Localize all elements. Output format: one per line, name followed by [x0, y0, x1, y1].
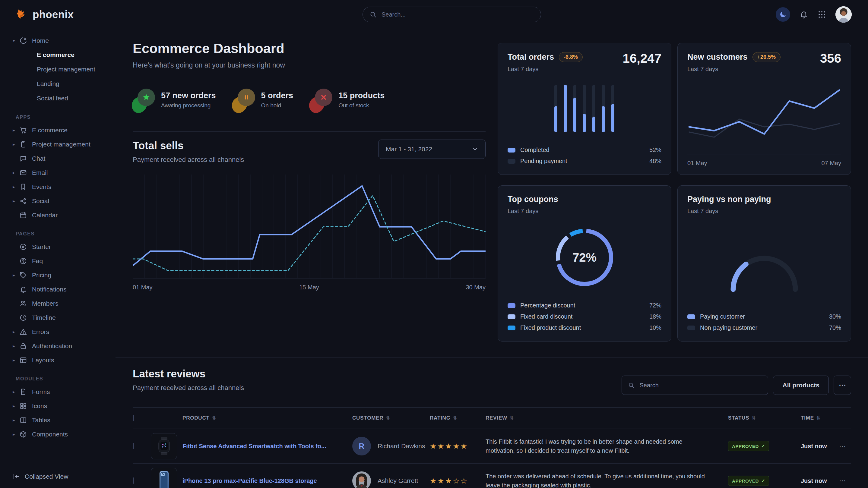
sidebar-item-authentication[interactable]: ▸Authentication [0, 339, 115, 353]
bell-icon [19, 286, 27, 293]
sidebar-subitem-landing[interactable]: Landing [0, 76, 115, 91]
caret-right-icon: ▸ [13, 418, 19, 423]
table-row: iPhone 13 pro max-Pacific Blue-128GB sto… [133, 464, 851, 488]
column-header-product[interactable]: PRODUCT⇅ [183, 415, 347, 421]
sidebar-subitem-e-commerce[interactable]: E commerce [0, 47, 115, 62]
product-link[interactable]: Fitbit Sense Advanced Smartwatch with To… [183, 443, 347, 450]
legend-value: 48% [649, 158, 661, 165]
caret-right-icon: ▸ [13, 403, 19, 409]
customer-avatar[interactable]: R [352, 437, 371, 455]
sidebar-item-label: Home [32, 37, 49, 44]
column-label: PRODUCT [183, 415, 210, 421]
sidebar-item-label: Chat [32, 155, 45, 162]
select-all-checkbox[interactable] [133, 415, 134, 421]
sidebar-item-events[interactable]: ▸Events [0, 180, 115, 194]
x-tick-label: 07 May [821, 160, 841, 167]
column-header-review[interactable]: REVIEW⇅ [486, 415, 724, 421]
sidebar-item-label: Authentication [32, 343, 72, 350]
theme-toggle-button[interactable] [776, 7, 790, 22]
rating-stars: ★★★★★ [430, 442, 486, 451]
apps-grid-icon [817, 10, 826, 19]
clock-icon [19, 314, 27, 322]
column-header-status[interactable]: STATUS⇅ [724, 415, 793, 421]
sidebar-item-starter[interactable]: Starter [0, 240, 115, 254]
notifications-button[interactable] [799, 10, 808, 19]
sidebar-item-notifications[interactable]: Notifications [0, 282, 115, 296]
product-thumb-cell [151, 468, 183, 488]
row-checkbox[interactable] [133, 478, 134, 484]
sidebar-item-icons[interactable]: ▸Icons [0, 399, 115, 413]
legend-label: Pending payment [520, 158, 567, 165]
paying-period: Last 7 days [687, 208, 771, 215]
column-header-customer[interactable]: CUSTOMER⇅ [347, 415, 430, 421]
status-cell: APPROVED✓ [724, 441, 793, 451]
legend-item-percentage-discount: Percentage discount72% [507, 300, 661, 311]
reviews-table-header: PRODUCT⇅CUSTOMER⇅RATING⇅REVIEW⇅STATUS⇅TI… [133, 407, 851, 429]
date-range-select[interactable]: Mar 1 - 31, 2022 [378, 139, 486, 159]
sidebar-subitem-social-feed[interactable]: Social feed [0, 91, 115, 105]
row-actions-button[interactable]: ⋯ [834, 477, 851, 485]
product-link[interactable]: iPhone 13 pro max-Pacific Blue-128GB sto… [183, 478, 347, 484]
caret-right-icon: ▸ [13, 142, 19, 147]
user-avatar[interactable] [835, 6, 852, 23]
top-coupons-donut-chart: 72% [507, 215, 661, 300]
sidebar-subitem-project-management[interactable]: Project management [0, 62, 115, 76]
sort-icon: ⇅ [752, 415, 755, 421]
apps-menu-button[interactable] [817, 10, 826, 19]
svg-text:72%: 72% [572, 251, 596, 264]
product-image-smartwatch[interactable] [151, 433, 177, 459]
row-actions-button[interactable]: ⋯ [834, 442, 851, 450]
sidebar-item-pricing[interactable]: ▸Pricing [0, 268, 115, 282]
status-label: APPROVED [732, 444, 759, 449]
paying-legend: Paying customer30%Non-paying customer70% [687, 311, 841, 333]
page-subtitle: Here's what's going on at your business … [133, 61, 486, 69]
sidebar-item-errors[interactable]: ▸Errors [0, 325, 115, 339]
row-checkbox[interactable] [133, 443, 134, 449]
sidebar-item-layouts[interactable]: ▸Layouts [0, 353, 115, 367]
caret-right-icon: ▸ [13, 184, 19, 190]
navbar-actions [776, 0, 852, 29]
new-customers-x-axis: 01 May07 May [687, 155, 841, 167]
sidebar-item-forms[interactable]: ▸Forms [0, 385, 115, 399]
reviews-more-button[interactable]: ⋯ [834, 376, 851, 395]
reviews-search [622, 376, 768, 395]
sidebar-item-members[interactable]: Members [0, 296, 115, 311]
sidebar-item-social[interactable]: ▸Social [0, 194, 115, 208]
sidebar-item-home[interactable]: ▾Home [0, 33, 115, 47]
column-header-rating[interactable]: RATING⇅ [430, 415, 486, 421]
legend-value: 72% [649, 302, 661, 309]
sidebar-item-email[interactable]: ▸Email [0, 165, 115, 180]
sidebar-item-project-management[interactable]: ▸Project management [0, 137, 115, 151]
sidebar-item-chat[interactable]: Chat [0, 151, 115, 165]
legend-value: 52% [649, 147, 661, 154]
sidebar-item-timeline[interactable]: Timeline [0, 311, 115, 325]
customer-avatar[interactable] [352, 471, 371, 488]
sidebar-item-e-commerce[interactable]: ▸E commerce [0, 123, 115, 137]
legend-item-non-paying-customer: Non-paying customer70% [687, 322, 841, 333]
sidebar-item-label: Tables [32, 417, 50, 424]
paying-gauge-chart [687, 215, 841, 311]
customer-name: Ashley Garrett [378, 477, 418, 484]
search-icon [628, 382, 634, 389]
sidebar-item-components[interactable]: ▸Components [0, 427, 115, 441]
customer-name: Richard Dawkins [378, 443, 425, 450]
product-image-iphone[interactable] [151, 468, 177, 488]
sort-icon: ⇅ [510, 415, 514, 421]
stat-value: 15 products [338, 91, 384, 100]
x-tick-label: 15 May [299, 284, 319, 291]
reviews-search-input[interactable] [639, 382, 762, 389]
brand-logo[interactable]: phoenix [16, 0, 73, 29]
sidebar-item-faq[interactable]: Faq [0, 254, 115, 268]
all-products-button[interactable]: All products [773, 376, 829, 395]
stat-value: 5 orders [261, 91, 293, 100]
brand-name: phoenix [33, 8, 73, 21]
row-checkbox-cell [133, 444, 151, 449]
sidebar-item-label: Events [32, 183, 51, 191]
column-header-time[interactable]: TIME⇅ [793, 415, 834, 421]
stat-value: 57 new orders [161, 91, 216, 100]
sidebar-collapse-toggle[interactable]: Collapsed View [0, 465, 115, 488]
sidebar-item-calendar[interactable]: Calendar [0, 208, 115, 222]
sidebar-item-tables[interactable]: ▸Tables [0, 413, 115, 427]
total-sells-header: Total sells Payment received across all … [133, 139, 486, 164]
global-search-input[interactable] [381, 11, 538, 19]
